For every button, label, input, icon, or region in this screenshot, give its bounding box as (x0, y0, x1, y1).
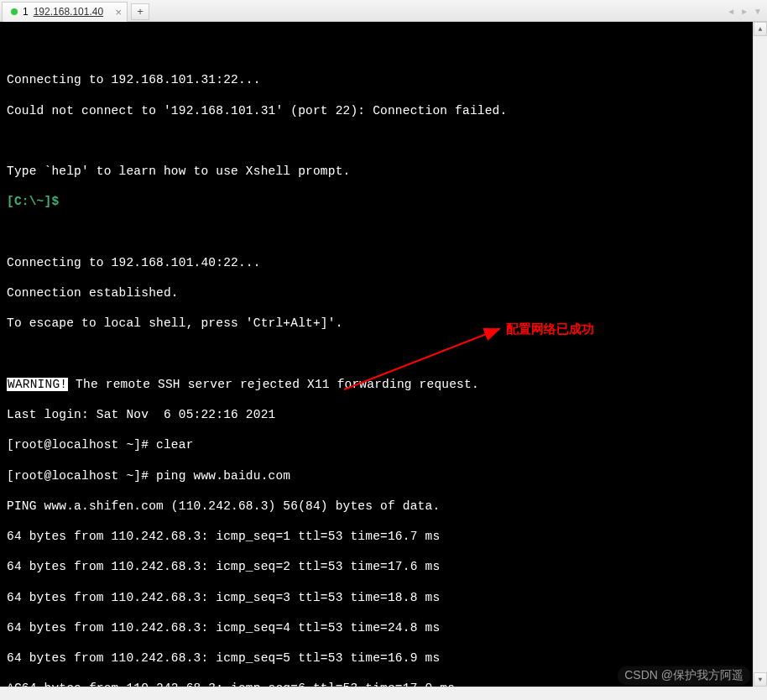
ping-line: 64 bytes from 110.242.68.3: icmp_seq=3 t… (7, 590, 760, 605)
scroll-up-icon[interactable]: ▲ (754, 22, 767, 36)
output-line: Type `help' to learn how to use Xshell p… (7, 164, 760, 179)
scroll-down-icon[interactable]: ▼ (754, 672, 767, 687)
output-line: Connecting to 192.168.101.31:22... (7, 72, 760, 87)
ping-line: 64 bytes from 110.242.68.3: icmp_seq=2 t… (7, 559, 760, 574)
terminal-output[interactable]: Connecting to 192.168.101.31:22... Could… (0, 22, 767, 700)
root-prompt: [root@localhost ~]# (7, 438, 156, 452)
ping-line: 64 bytes from 110.242.68.3: icmp_seq=1 t… (7, 529, 760, 544)
ping-line: 64 bytes from 110.242.68.3: icmp_seq=5 t… (7, 650, 760, 666)
tab-session-1[interactable]: 1 192.168.101.40 × (2, 2, 128, 22)
tab-title: 192.168.101.40 (34, 6, 103, 18)
tab-prev-icon[interactable]: ◄ (725, 5, 737, 18)
output-line: Could not connect to '192.168.101.31' (p… (7, 103, 760, 118)
root-prompt: [root@localhost ~]# (7, 469, 156, 483)
close-icon[interactable]: × (116, 7, 123, 18)
output-line: Connection established. (7, 285, 760, 300)
warning-badge: WARNING! (7, 378, 68, 391)
terminal-wrapper: Connecting to 192.168.101.31:22... Could… (0, 22, 767, 700)
tab-next-icon[interactable]: ► (738, 5, 750, 18)
horizontal-scrollbar[interactable] (0, 687, 753, 700)
output-line: To escape to local shell, press 'Ctrl+Al… (7, 316, 760, 331)
scroll-corner (753, 687, 767, 700)
annotation-label: 配置网络已成功 (506, 321, 594, 337)
output-line: Last login: Sat Nov 6 05:22:16 2021 (7, 407, 760, 422)
watermark: CSDN @保护我方阿遥 (618, 666, 750, 685)
new-tab-button[interactable]: + (131, 3, 149, 20)
tab-index: 1 (23, 6, 29, 18)
local-prompt: [C:\~]$ (7, 195, 59, 208)
command-text: clear (156, 438, 194, 452)
output-line: PING www.a.shifen.com (110.242.68.3) 56(… (7, 499, 760, 514)
tab-nav-controls: ◄ ► ▼ (725, 0, 764, 22)
command-text: ping www.baidu.com (156, 469, 290, 483)
ping-line: 64 bytes from 110.242.68.3: icmp_seq=4 t… (7, 620, 760, 635)
output-line: Connecting to 192.168.101.40:22... (7, 255, 760, 270)
connection-status-icon (11, 8, 18, 15)
tab-list-icon[interactable]: ▼ (752, 5, 764, 18)
vertical-scrollbar[interactable]: ▲ ▼ (753, 22, 767, 687)
warning-text: The remote SSH server rejected X11 forwa… (68, 378, 479, 391)
tab-bar: 1 192.168.101.40 × + ◄ ► ▼ (0, 0, 767, 22)
